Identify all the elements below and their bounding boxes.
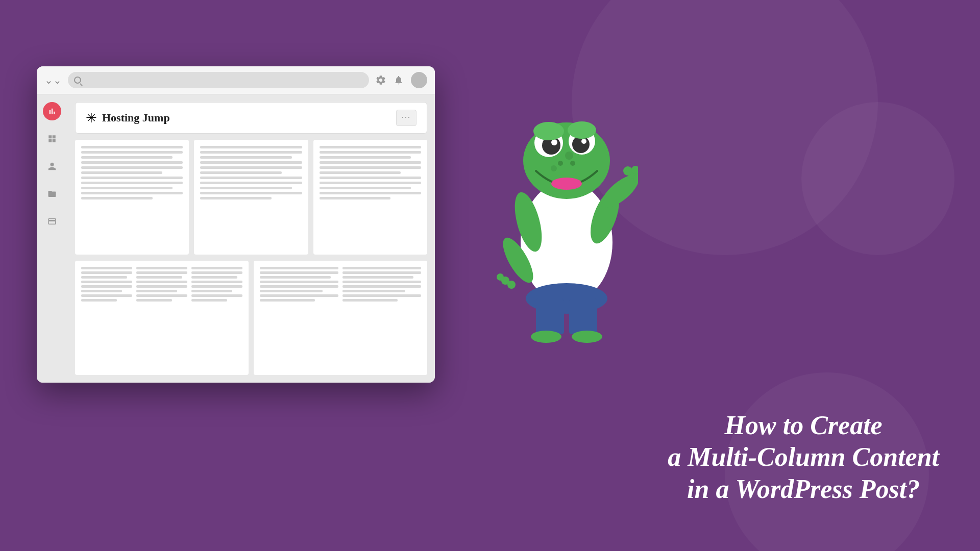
bottom-sub-col-4	[260, 267, 338, 369]
text-line	[320, 171, 401, 174]
text-line	[81, 146, 183, 148]
logo-text: Hosting Jump	[102, 111, 170, 124]
text-line	[200, 161, 302, 164]
svg-point-9	[507, 281, 516, 289]
sidebar-item-folder[interactable]	[43, 185, 61, 203]
text-line	[191, 290, 232, 292]
svg-point-30	[551, 165, 557, 171]
text-line	[81, 294, 132, 297]
headline-line-3: in a WordPress Post?	[668, 473, 939, 505]
text-line	[136, 276, 182, 279]
text-line	[260, 285, 338, 288]
text-line	[200, 146, 302, 148]
text-line	[81, 276, 127, 279]
text-line	[320, 146, 421, 148]
text-overlay: How to Create a Multi-Column Content in …	[668, 410, 939, 505]
text-line	[81, 299, 117, 302]
chevron-icon: ⌄⌄	[44, 75, 62, 85]
text-line	[260, 267, 338, 269]
sidebar-item-wallet[interactable]	[43, 212, 61, 231]
text-line	[320, 161, 421, 164]
svg-rect-4	[536, 298, 564, 334]
sidebar-item-user[interactable]	[43, 157, 61, 176]
text-line	[342, 276, 413, 279]
text-line	[200, 156, 291, 159]
toolbar-icons	[375, 72, 427, 88]
svg-point-28	[551, 178, 582, 190]
text-line	[320, 182, 421, 184]
frog-illustration	[495, 43, 638, 349]
text-line	[260, 290, 323, 292]
gear-icon[interactable]	[375, 74, 386, 86]
svg-point-22	[551, 139, 557, 145]
text-line	[342, 285, 421, 288]
text-line	[200, 151, 302, 154]
text-line	[260, 271, 338, 274]
text-line	[320, 177, 421, 179]
frog-mascot	[495, 43, 638, 349]
text-line	[81, 285, 132, 288]
content-column-3	[313, 140, 427, 255]
text-line	[200, 171, 281, 174]
text-line	[81, 161, 183, 164]
svg-rect-5	[569, 298, 597, 334]
text-line	[260, 281, 338, 283]
text-line	[320, 166, 421, 169]
user-avatar[interactable]	[411, 72, 427, 88]
text-line	[81, 192, 183, 194]
content-column-1	[75, 140, 189, 255]
svg-point-31	[531, 331, 561, 343]
text-line	[136, 294, 187, 297]
search-bar[interactable]	[68, 72, 369, 88]
svg-point-26	[558, 161, 563, 166]
text-line	[200, 166, 302, 169]
svg-point-24	[533, 122, 564, 140]
headline-line-1: How to Create	[668, 410, 939, 441]
text-line	[200, 192, 302, 194]
text-line	[200, 187, 291, 189]
bell-icon[interactable]	[394, 74, 404, 86]
text-line	[81, 166, 183, 169]
text-line	[342, 290, 405, 292]
search-icon	[74, 77, 81, 84]
text-line	[191, 285, 242, 288]
svg-point-15	[623, 166, 632, 176]
text-line	[81, 177, 183, 179]
svg-point-32	[572, 331, 602, 343]
text-line	[342, 281, 421, 283]
svg-point-27	[570, 161, 575, 166]
text-line	[81, 151, 183, 154]
bottom-sub-col-3	[191, 267, 242, 369]
bottom-column-1	[75, 261, 249, 375]
text-line	[320, 151, 421, 154]
text-line	[81, 281, 132, 283]
header-menu-dots[interactable]: ···	[396, 110, 416, 126]
text-line	[136, 271, 187, 274]
content-grid	[75, 140, 427, 375]
site-logo: ✳ Hosting Jump	[86, 110, 170, 126]
browser-window: ⌄⌄	[37, 66, 435, 383]
svg-point-10	[497, 273, 504, 281]
top-row	[75, 140, 427, 255]
main-content-area: ✳ Hosting Jump ···	[67, 94, 435, 383]
text-line	[81, 271, 132, 274]
text-line	[320, 197, 391, 199]
text-line	[191, 276, 237, 279]
sidebar-item-chart[interactable]	[43, 102, 61, 120]
text-line	[200, 182, 302, 184]
text-line	[320, 156, 411, 159]
text-line	[136, 267, 187, 269]
svg-point-29	[565, 152, 573, 160]
text-line	[81, 197, 153, 199]
text-line	[136, 281, 187, 283]
sidebar	[37, 94, 67, 383]
text-line	[81, 290, 122, 292]
text-line	[81, 267, 132, 269]
headline-line-2: a Multi-Column Content	[668, 441, 939, 473]
sidebar-item-grid[interactable]	[43, 130, 61, 148]
text-line	[320, 187, 411, 189]
text-line	[200, 177, 302, 179]
svg-point-25	[568, 121, 596, 139]
text-line	[200, 197, 272, 199]
browser-toolbar: ⌄⌄	[37, 66, 435, 94]
